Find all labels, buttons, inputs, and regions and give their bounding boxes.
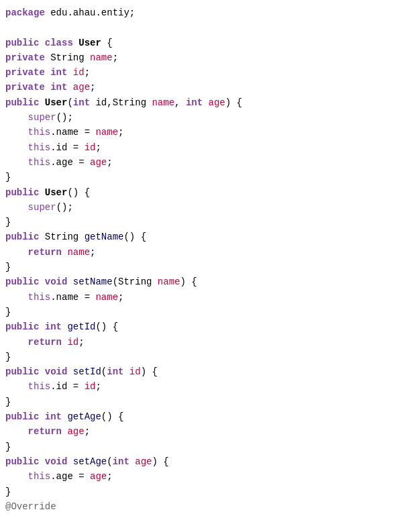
code-line: public User() { [0,185,420,200]
token [5,337,28,348]
token: private [5,67,50,78]
token: ; [113,52,118,63]
code-line: return id; [0,335,420,350]
line-content: super(); [5,201,420,214]
token: getName [85,232,124,242]
token: .age = [50,471,90,482]
token: age [209,97,225,108]
token: name [95,127,118,138]
token: (String [113,276,158,287]
token: ) { [152,456,168,467]
line-content: return name; [5,246,420,259]
token: this [28,127,51,138]
line-content: super(); [5,111,420,124]
code-line: this.id = id; [0,140,420,155]
token: name [95,292,118,303]
code-line [0,20,420,35]
token: () { [95,321,118,332]
token: name [67,247,90,258]
token: } [5,442,11,452]
token: String [50,52,90,63]
code-line: private String name; [0,50,420,65]
token: return [28,247,68,258]
token: int [50,82,73,93]
token [5,157,28,168]
token: void [45,366,73,377]
code-line: this.age = age; [0,469,420,484]
line-content: this.age = age; [5,470,420,483]
token: ; [118,292,123,303]
code-line: this.name = name; [0,290,420,305]
code-line: } [0,484,420,499]
code-line: public void setName(String name) { [0,274,420,289]
line-content: } [5,485,420,499]
token: ) { [141,366,158,377]
token: } [5,172,11,183]
token: edu.ahau.entiy [50,7,129,18]
token: String [113,97,152,108]
token: User [78,38,107,48]
code-line: this.name = name; [0,125,420,140]
token [5,292,28,303]
token: age [90,471,107,482]
code-line: } [0,260,420,274]
token: String [45,232,85,242]
token: super [5,112,56,123]
token: int [107,366,129,377]
code-line: public int getAge() { [0,409,420,424]
token: () { [123,232,146,242]
token: User [45,187,68,198]
token: public [5,187,45,198]
token: .id = [50,142,84,153]
code-line: public User(int id,String name, int age)… [0,95,420,110]
token: User [45,97,68,108]
code-line: super(); [0,110,420,125]
code-line: public void setId(int id) { [0,364,420,379]
line-content [5,21,420,34]
token: ; [85,426,90,437]
token: .age = [50,157,90,168]
token [5,381,28,392]
token: public [5,411,45,422]
code-line: } [0,170,420,185]
token: ; [90,247,95,258]
token: getId [67,321,95,332]
code-line: } [0,350,420,364]
token: } [5,217,11,227]
token: int [186,97,209,108]
line-content: return age; [5,425,420,438]
token: id [129,366,141,377]
token: return [28,337,68,348]
token [5,142,28,153]
token: int [113,456,136,467]
token: () { [101,411,124,422]
token: this [28,142,51,153]
token: ( [67,97,72,108]
token: int [45,411,68,422]
code-line: private int id; [0,65,420,80]
token: ; [95,142,101,153]
line-content: public User() { [5,186,420,199]
code-line: package edu.ahau.entiy; [0,5,420,20]
token: id [67,337,78,348]
line-content: } [5,260,420,274]
line-content: @Override [5,500,420,513]
token: private [5,82,50,93]
token: age [90,157,107,168]
token: id [85,142,96,153]
token: ) { [180,276,197,287]
code-line: return age; [0,424,420,439]
line-content: private int age; [5,81,420,94]
token: this [28,292,51,303]
token: name [158,276,180,287]
line-content: public void setName(String name) { [5,275,420,289]
token: { [107,38,112,48]
token: this [28,381,51,392]
line-content: this.age = age; [5,156,420,169]
line-content: package edu.ahau.entiy; [5,6,420,19]
token: public [5,97,45,108]
line-content: public int getId() { [5,320,420,333]
line-content: public void setAge(int age) { [5,455,420,468]
token: name [152,97,174,108]
code-line: this.age = age; [0,155,420,170]
